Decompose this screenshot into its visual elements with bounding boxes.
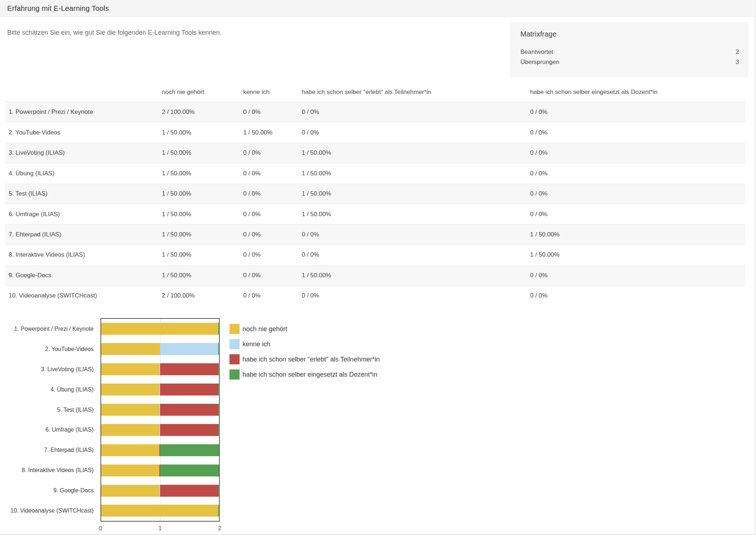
table-row: 8. Interaktive Videos (ILIAS)1 / 50.00%0… [5, 245, 745, 265]
survey-results-page: Erfahrung mit E-Learning Tools Bitte sch… [0, 0, 756, 535]
chart-legend: noch nie gehörtkenne ichhabe ich schon s… [229, 324, 380, 385]
bar-segment [218, 323, 219, 335]
table-cell: 0 / 0% [243, 251, 302, 258]
stat-row-skipped: Übersprungen 3 [520, 57, 739, 67]
row-label: 2. YouTube-Videos [5, 129, 162, 136]
table-cell: 1 / 50.00% [162, 149, 243, 157]
legend-label: kenne ich [242, 339, 270, 349]
plot-area [100, 318, 220, 522]
category-label: 3. LiveVoting (ILIAS) [0, 359, 97, 380]
bar-row [101, 420, 219, 440]
chart: 1. Powerpoint / Prezi / Keynote2. YouTub… [0, 318, 470, 535]
table-row: 4. Übung (ILIAS)1 / 50.00%0 / 0%1 / 50.0… [5, 163, 745, 183]
bar-segment [160, 485, 219, 497]
stacked-bar [101, 424, 219, 436]
table-cell: 1 / 50.00% [162, 251, 243, 258]
table-cell: 0 / 0% [243, 272, 302, 279]
table-cell: 1 / 50.00% [162, 129, 243, 136]
column-header: noch nie gehört [162, 89, 243, 96]
stacked-bar [101, 485, 219, 497]
row-label: 7. Ehterpad (ILIAS) [5, 231, 162, 238]
page-title: Erfahrung mit E-Learning Tools [0, 4, 109, 13]
table-row: 5. Test (ILIAS)1 / 50.00%0 / 0%1 / 50.00… [5, 184, 745, 204]
table-cell: 0 / 0% [243, 292, 302, 299]
legend-item: kenne ich [229, 339, 380, 349]
table-cell: 0 / 0% [302, 129, 530, 136]
bar-segment [101, 465, 160, 476]
table-cell: 1 / 50.00% [162, 190, 243, 197]
results-table: noch nie gehört kenne ich habe ich schon… [5, 82, 745, 306]
category-label: 7. Ehterpad (ILIAS) [0, 440, 97, 460]
bar-segment [160, 363, 219, 375]
chart-category-labels: 1. Powerpoint / Prezi / Keynote2. YouTub… [0, 319, 97, 521]
table-cell: 0 / 0% [530, 129, 745, 136]
table-cell: 0 / 0% [530, 108, 745, 116]
category-label: 8. Interaktive Videos (ILIAS) [0, 460, 97, 480]
table-cell: 0 / 0% [243, 149, 302, 157]
table-row: 10. Videoanalyse (SWITCHcast)2 / 100.00%… [5, 286, 745, 306]
bar-segment [160, 384, 219, 395]
stacked-bar [101, 505, 219, 517]
bar-segment [160, 465, 219, 476]
table-cell: 1 / 50.00% [302, 149, 530, 157]
bar-segment [218, 384, 219, 395]
bar-segment [101, 343, 160, 355]
legend-swatch [229, 324, 240, 334]
stat-label: Übersprungen [520, 57, 559, 67]
stacked-bar [101, 363, 219, 375]
bar-row [101, 480, 219, 501]
x-axis-tick: 0 [93, 525, 108, 532]
column-header: habe ich schon selber "erlebt" als Teiln… [302, 89, 530, 96]
table-cell: 0 / 0% [243, 108, 302, 116]
bar-segment [101, 485, 160, 497]
legend-item: habe ich schon selber "erlebt" als Teiln… [229, 354, 380, 364]
bar-segment [218, 485, 219, 497]
bar-row [101, 400, 219, 420]
bar-row [101, 380, 219, 400]
table-cell: 0 / 0% [530, 190, 745, 197]
bar-segment [101, 363, 160, 375]
table-cell: 0 / 0% [302, 292, 530, 299]
bar-segment [101, 424, 160, 436]
table-cell: 0 / 0% [530, 292, 745, 299]
stacked-bar [101, 343, 219, 355]
stats-card: Matrixfrage Beantwortet 2 Übersprungen 3 [510, 22, 748, 77]
table-cell: 0 / 0% [243, 170, 302, 177]
legend-label: habe ich schon selber "erlebt" als Teiln… [242, 354, 380, 364]
table-row: 2. YouTube-Videos1 / 50.00%1 / 50.00%0 /… [5, 122, 745, 142]
row-label: 4. Übung (ILIAS) [5, 170, 162, 177]
stats-card-title: Matrixfrage [520, 30, 739, 38]
bar-segment [101, 323, 219, 335]
row-label: 9. Google-Docs [5, 272, 162, 279]
table-cell: 1 / 50.00% [302, 211, 530, 218]
table-row: 6. Umfrage (ILIAS)1 / 50.00%0 / 0%1 / 50… [5, 204, 745, 224]
row-label: 3. LiveVoting (ILIAS) [5, 149, 162, 157]
bar-row [101, 359, 219, 380]
legend-item: noch nie gehört [229, 324, 380, 334]
table-cell: 0 / 0% [302, 108, 530, 116]
table-cell: 0 / 0% [302, 231, 530, 238]
category-label: 4. Übung (ILIAS) [0, 380, 97, 400]
legend-label: noch nie gehört [242, 324, 287, 334]
bar-segment [101, 444, 160, 456]
bar-row [101, 501, 219, 521]
legend-swatch [229, 354, 240, 364]
table-cell: 0 / 0% [530, 170, 745, 177]
table-cell: 0 / 0% [530, 149, 745, 157]
stacked-bar [101, 444, 219, 456]
x-axis-tick: 1 [153, 525, 167, 532]
bar-row [101, 460, 219, 480]
table-cell: 1 / 50.00% [302, 190, 530, 197]
table-cell: 1 / 50.00% [162, 272, 243, 279]
table-row: 1. Powerpoint / Prezi / Keynote2 / 100.0… [5, 102, 745, 122]
bar-segment [218, 343, 219, 355]
table-row: 7. Ehterpad (ILIAS)1 / 50.00%0 / 0%0 / 0… [5, 224, 745, 244]
row-label: 5. Test (ILIAS) [5, 190, 162, 197]
legend-swatch [229, 339, 240, 349]
bar-segment [101, 404, 160, 416]
stacked-bar [101, 323, 219, 335]
table-header-row: noch nie gehört kenne ich habe ich schon… [5, 82, 745, 102]
table-cell: 0 / 0% [302, 251, 530, 258]
column-header: habe ich schon selber eingesetzt als Doz… [530, 89, 745, 96]
table-cell: 0 / 0% [530, 272, 745, 279]
